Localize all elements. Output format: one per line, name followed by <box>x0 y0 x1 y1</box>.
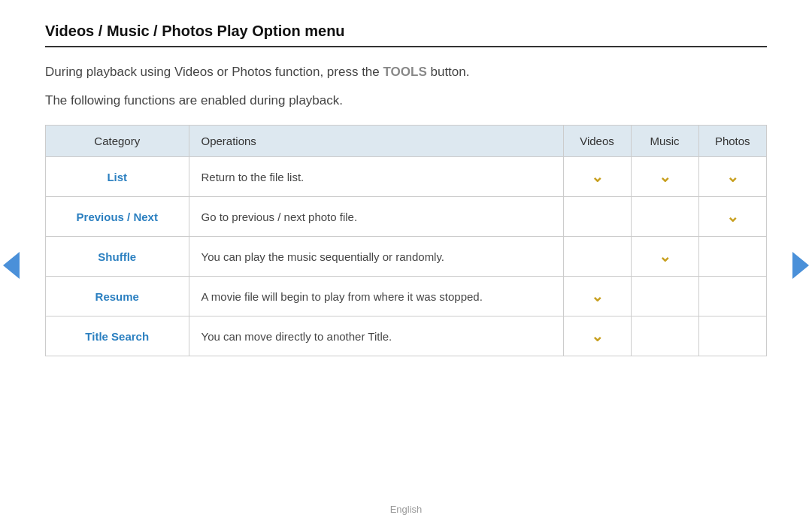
row-category-2: Shuffle <box>46 237 189 277</box>
right-arrow-icon <box>792 252 809 279</box>
page-title: Videos / Music / Photos Play Option menu <box>45 23 767 47</box>
row-operations-1: Go to previous / next photo file. <box>189 197 563 237</box>
table-row: ListReturn to the file list.⌄⌄⌄ <box>46 157 766 197</box>
footer-language: English <box>390 504 423 515</box>
left-arrow-icon <box>3 252 20 279</box>
description-text-1-end: button. <box>427 65 470 79</box>
row-operations-3: A movie file will begin to play from whe… <box>189 277 563 316</box>
row-category-3: Resume <box>46 277 189 316</box>
row-music-2: ⌄ <box>631 237 698 277</box>
row-category-1: Previous / Next <box>46 197 189 237</box>
header-category: Category <box>46 126 189 157</box>
row-videos-4: ⌄ <box>563 316 631 356</box>
row-music-1 <box>631 197 698 237</box>
row-videos-3: ⌄ <box>563 277 631 316</box>
row-operations-2: You can play the music sequentially or r… <box>189 237 563 277</box>
checkmark-icon: ⌄ <box>659 248 671 265</box>
row-photos-3 <box>698 277 766 316</box>
header-videos: Videos <box>563 126 631 157</box>
main-content: Videos / Music / Photos Play Option menu… <box>0 0 812 371</box>
checkmark-icon: ⌄ <box>591 288 604 304</box>
row-operations-0: Return to the file list. <box>189 157 563 197</box>
row-photos-4 <box>698 316 766 356</box>
feature-table: Category Operations Videos Music Photos … <box>45 125 767 356</box>
row-music-3 <box>631 277 698 316</box>
row-photos-0: ⌄ <box>698 157 766 197</box>
table-row: Title SearchYou can move directly to ano… <box>46 316 766 356</box>
table-row: ShuffleYou can play the music sequential… <box>46 237 766 277</box>
header-operations: Operations <box>189 126 563 157</box>
checkmark-icon: ⌄ <box>591 328 604 344</box>
nav-prev-button[interactable] <box>0 247 23 284</box>
header-music: Music <box>631 126 698 157</box>
row-videos-1 <box>563 197 631 237</box>
checkmark-icon: ⌄ <box>659 168 671 185</box>
row-music-0: ⌄ <box>631 157 698 197</box>
description-line-1: During playback using Videos or Photos f… <box>45 62 767 82</box>
checkmark-icon: ⌄ <box>726 208 739 225</box>
row-videos-0: ⌄ <box>563 157 631 197</box>
checkmark-icon: ⌄ <box>726 168 739 185</box>
checkmark-icon: ⌄ <box>591 168 604 185</box>
row-category-4: Title Search <box>46 316 189 356</box>
table-row: ResumeA movie file will begin to play fr… <box>46 277 766 316</box>
table-row: Previous / NextGo to previous / next pho… <box>46 197 766 237</box>
row-photos-1: ⌄ <box>698 197 766 237</box>
row-photos-2 <box>698 237 766 277</box>
table-header-row: Category Operations Videos Music Photos <box>46 126 766 157</box>
tools-keyword: TOOLS <box>383 65 427 79</box>
row-operations-4: You can move directly to another Title. <box>189 316 563 356</box>
row-category-0: List <box>46 157 189 197</box>
header-photos: Photos <box>698 126 766 157</box>
row-music-4 <box>631 316 698 356</box>
description-line-2: The following functions are enabled duri… <box>45 91 767 111</box>
nav-next-button[interactable] <box>789 247 812 284</box>
row-videos-2 <box>563 237 631 277</box>
description-text-1: During playback using Videos or Photos f… <box>45 65 383 79</box>
